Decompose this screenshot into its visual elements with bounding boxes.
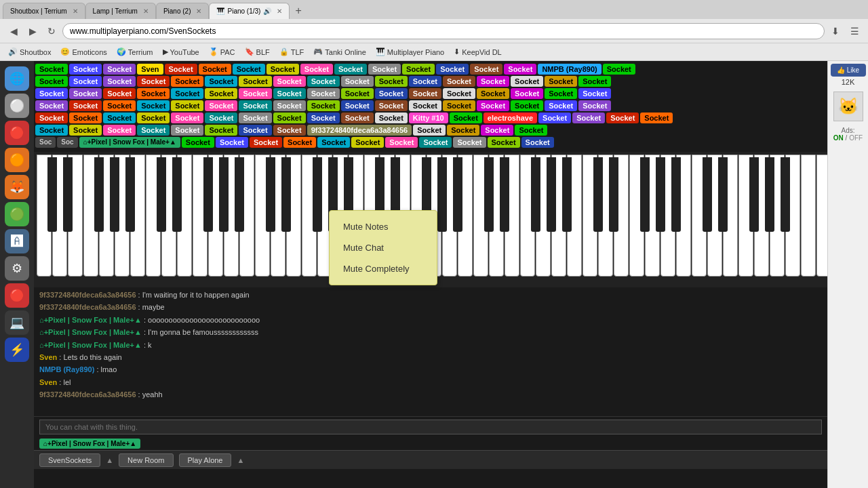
- player-tag[interactable]: Socket: [307, 88, 340, 99]
- player-tag[interactable]: Socket: [606, 113, 639, 123]
- mute-completely-item[interactable]: Mute Completely: [330, 258, 437, 279]
- black-key-16[interactable]: [281, 157, 291, 232]
- player-tag[interactable]: Socket: [103, 64, 136, 75]
- bookmark-terrium[interactable]: 🌍 Terrium: [114, 46, 156, 58]
- mute-notes-item[interactable]: Mute Notes: [330, 216, 437, 237]
- player-tag[interactable]: Socket: [137, 113, 170, 123]
- black-key-9[interactable]: [172, 157, 182, 232]
- black-key-48[interactable]: [781, 157, 790, 232]
- download-button[interactable]: ⬇: [827, 23, 844, 39]
- player-tag[interactable]: Socket: [511, 88, 543, 99]
- black-key-11[interactable]: [203, 157, 213, 232]
- black-key-32[interactable]: [531, 157, 540, 232]
- player-tag[interactable]: Socket: [375, 113, 408, 123]
- player-tag[interactable]: Socket: [511, 76, 543, 87]
- sidebar-icon-8[interactable]: 💻: [5, 310, 29, 335]
- player-tag[interactable]: Socket: [137, 76, 170, 87]
- black-key-30[interactable]: [500, 157, 509, 232]
- bookmark-youtube[interactable]: ▶ YouTube: [160, 46, 202, 58]
- player-tag[interactable]: Socket: [216, 137, 248, 148]
- player-tag[interactable]: Socket: [171, 125, 203, 136]
- black-key-2[interactable]: [63, 157, 73, 232]
- player-tag[interactable]: Socket: [69, 100, 102, 111]
- player-tag[interactable]: Socket: [341, 113, 374, 123]
- player-tag[interactable]: Socket: [603, 64, 635, 75]
- player-tag[interactable]: Socket: [103, 100, 136, 111]
- player-tag[interactable]: Socket: [341, 100, 374, 111]
- sidebar-icon-3[interactable]: 🔴: [5, 121, 29, 145]
- player-tag[interactable]: Socket: [470, 64, 502, 75]
- player-tag[interactable]: Socket: [273, 76, 306, 87]
- sidebar-icon-5[interactable]: 🟢: [5, 202, 29, 226]
- bookmark-blf[interactable]: 🔖 BLF: [242, 46, 273, 58]
- player-tag[interactable]: Socket: [35, 64, 68, 75]
- player-tag[interactable]: Socket: [137, 88, 170, 99]
- player-tag[interactable]: Socket: [409, 76, 441, 87]
- player-tag[interactable]: Socket: [443, 100, 475, 111]
- player-tag[interactable]: Socket: [103, 125, 136, 136]
- sidebar-icon-9[interactable]: ⚡: [5, 338, 29, 362]
- player-tag[interactable]: Socket: [69, 125, 102, 136]
- black-key-36[interactable]: [593, 157, 603, 232]
- player-tag[interactable]: Socket: [35, 88, 68, 99]
- player-tag[interactable]: Socket: [436, 64, 469, 75]
- player-tag[interactable]: Socket: [578, 88, 611, 99]
- player-tag[interactable]: Socket: [413, 125, 446, 136]
- black-key-5[interactable]: [110, 157, 119, 232]
- player-tag[interactable]: Socket: [205, 88, 237, 99]
- bookmark-emoticons[interactable]: 😊 Emoticons: [58, 46, 109, 58]
- player-tag[interactable]: Socket: [375, 88, 408, 99]
- player-tag[interactable]: Socket: [250, 137, 282, 148]
- black-key-47[interactable]: [765, 157, 774, 232]
- player-tag[interactable]: Socket: [35, 76, 68, 87]
- play-alone-button[interactable]: Play Alone: [179, 453, 232, 467]
- player-tag[interactable]: Socket: [402, 64, 435, 75]
- bookmark-tlf[interactable]: 🔒 TLF: [277, 46, 307, 58]
- tab-piano2[interactable]: Piano (2) ✕: [156, 3, 210, 19]
- player-tag[interactable]: Socket: [450, 113, 482, 123]
- black-key-46[interactable]: [749, 157, 759, 232]
- player-tag[interactable]: Socket: [307, 76, 340, 87]
- black-key-27[interactable]: [453, 157, 462, 232]
- black-key-12[interactable]: [219, 157, 229, 232]
- new-tab-button[interactable]: +: [290, 2, 307, 20]
- black-key-33[interactable]: [547, 157, 556, 232]
- player-tag[interactable]: Socket: [351, 137, 384, 148]
- player-tag[interactable]: Socket: [453, 137, 486, 148]
- sidebar-icon-6[interactable]: 🅰: [5, 229, 29, 253]
- black-key-6[interactable]: [125, 157, 135, 232]
- sidebar-icon-7[interactable]: 🔴: [5, 283, 29, 308]
- black-key-39[interactable]: [640, 157, 650, 232]
- player-tag[interactable]: Socket: [205, 125, 237, 136]
- bookmark-shoutbox[interactable]: 🔊 Shoutbox: [5, 46, 54, 58]
- sidebar-icon-2[interactable]: ⚪: [5, 94, 29, 118]
- player-tag[interactable]: Socket: [419, 137, 452, 148]
- player-tag[interactable]: Socket: [273, 88, 306, 99]
- player-tag[interactable]: Socket: [578, 76, 611, 87]
- player-tag[interactable]: Socket: [273, 125, 306, 136]
- menu-button[interactable]: ☰: [846, 23, 863, 39]
- player-tag[interactable]: Socket: [137, 125, 170, 136]
- sidebar-icon-firefox[interactable]: 🦊: [5, 175, 29, 199]
- player-tag[interactable]: Socket: [640, 113, 673, 123]
- player-tag[interactable]: Socket: [572, 113, 605, 123]
- player-tag[interactable]: Socket: [205, 113, 237, 123]
- player-tag[interactable]: Socket: [385, 137, 418, 148]
- address-bar[interactable]: [62, 23, 825, 39]
- bookmark-pac[interactable]: 🏅 PAC: [206, 46, 238, 58]
- like-button[interactable]: 👍 Like: [831, 64, 866, 77]
- black-key-29[interactable]: [484, 157, 494, 232]
- player-tag[interactable]: Socket: [171, 88, 203, 99]
- player-tag[interactable]: Socket: [69, 113, 102, 123]
- close-tab-piano2[interactable]: ✕: [196, 7, 201, 15]
- player-tag-nmpb[interactable]: NMPB (Ray890): [538, 64, 601, 75]
- player-tag[interactable]: Socket: [35, 100, 68, 111]
- player-tag[interactable]: Socket: [545, 88, 577, 99]
- black-key-13[interactable]: [235, 157, 244, 232]
- player-tag[interactable]: Socket: [375, 100, 408, 111]
- player-tag[interactable]: Socket: [317, 137, 350, 148]
- player-tag[interactable]: Socket: [578, 100, 611, 111]
- player-tag[interactable]: Socket: [511, 100, 543, 111]
- player-tag[interactable]: Socket: [283, 137, 316, 148]
- ads-off-button[interactable]: OFF: [849, 134, 863, 142]
